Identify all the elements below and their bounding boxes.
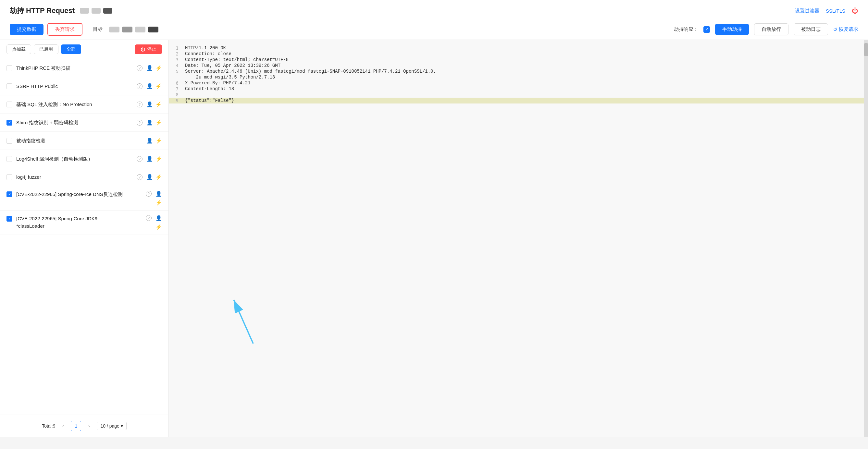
line-content-2: Connection: close	[185, 51, 868, 57]
help-icon-1[interactable]: ?	[137, 65, 143, 71]
current-page[interactable]: 1	[71, 421, 81, 431]
filter-tab-hot[interactable]: 热加载	[6, 44, 31, 54]
user-icon-4[interactable]: 👤	[146, 119, 153, 126]
lightning-icon-5[interactable]: ⚡	[155, 137, 162, 144]
user-icon-3[interactable]: 👤	[146, 101, 153, 107]
restore-button[interactable]: ↺ 恢复请求	[833, 26, 858, 32]
restore-icon: ↺	[833, 27, 837, 32]
list-item: SSRF HTTP Public ? 👤 ⚡	[0, 77, 168, 95]
lightning-icon-8[interactable]: ⚡	[155, 199, 162, 206]
line-content-4: Date: Tue, 05 Apr 2022 13:39:26 GMT	[185, 63, 868, 68]
next-page-button[interactable]: ›	[84, 421, 93, 430]
list-item: log4j fuzzer ? 👤 ⚡	[0, 168, 168, 186]
user-icon-2[interactable]: 👤	[146, 83, 153, 89]
filter-button[interactable]: 设置过滤器	[795, 8, 819, 14]
help-icon-3[interactable]: ?	[137, 101, 143, 107]
plugin-actions-8: 👤 ⚡	[155, 191, 162, 206]
response-viewer: 1 HTTP/1.1 200 OK 2 Connection: close 3 …	[169, 40, 868, 437]
discard-button[interactable]: 丢弃请求	[48, 23, 83, 36]
plugin-name-5: 被动指纹检测	[16, 137, 143, 144]
help-icon-9[interactable]: ?	[146, 215, 152, 221]
line-num-4: 4	[169, 63, 185, 68]
plugin-name-9: [CVE-2022-22965] Spring-Core JDK9+ *clas…	[16, 215, 142, 229]
lightning-icon-7[interactable]: ⚡	[155, 174, 162, 180]
left-panel: 热加载 已启用 全部 ⏻ 停止 ThinkPHP RCE 被动扫描 ? 👤 ⚡	[0, 40, 169, 437]
target-dots	[109, 27, 158, 32]
plugin-name-4: Shiro 指纹识别 + 弱密码检测	[16, 119, 133, 126]
plugin-name-1: ThinkPHP RCE 被动扫描	[16, 65, 133, 71]
response-line-9: 9 {"status":"False"}	[169, 98, 868, 103]
help-icon-2[interactable]: ?	[137, 84, 143, 89]
list-item: ThinkPHP RCE 被动扫描 ? 👤 ⚡	[0, 59, 168, 77]
main-content: 热加载 已启用 全部 ⏻ 停止 ThinkPHP RCE 被动扫描 ? 👤 ⚡	[0, 40, 868, 437]
plugin-checkbox-1[interactable]	[6, 65, 12, 71]
stop-button[interactable]: ⏻ 停止	[135, 44, 162, 54]
total-count: Total:9	[42, 423, 55, 428]
stop-label: 停止	[147, 46, 156, 52]
manual-intercept-tab[interactable]: 手动劫持	[715, 24, 749, 35]
user-icon-1[interactable]: 👤	[146, 65, 153, 71]
arrow-svg	[227, 293, 266, 345]
help-icon-7[interactable]: ?	[137, 174, 143, 180]
ssl-button[interactable]: SSL/TLS	[826, 8, 845, 13]
plugin-name-7: log4j fuzzer	[16, 173, 133, 181]
toolbar: 提交数据 丢弃请求 目标 劫持响应： 手动劫持 自动放行 被动日志 ↺ 恢复请求	[0, 19, 868, 40]
page-size-select[interactable]: 10 / page ▾	[97, 422, 126, 430]
plugin-actions-7: 👤 ⚡	[146, 174, 162, 180]
user-icon-7[interactable]: 👤	[146, 174, 153, 180]
user-icon-6[interactable]: 👤	[146, 156, 153, 162]
lightning-icon-3[interactable]: ⚡	[155, 101, 162, 107]
line-num-8: 8	[169, 92, 185, 97]
restore-label: 恢复请求	[839, 26, 858, 32]
plugin-actions-4: 👤 ⚡	[146, 119, 162, 126]
user-icon-8[interactable]: 👤	[155, 191, 162, 197]
intercept-checkbox[interactable]	[704, 26, 710, 33]
user-icon-5[interactable]: 👤	[146, 137, 153, 144]
scrollbar-thumb[interactable]	[864, 43, 868, 56]
lightning-icon-2[interactable]: ⚡	[155, 83, 162, 89]
lightning-icon-9[interactable]: ⚡	[155, 224, 162, 230]
plugin-checkbox-4[interactable]	[6, 120, 12, 126]
intercept-label: 劫持响应：	[674, 26, 698, 32]
plugin-checkbox-3[interactable]	[6, 101, 12, 107]
lightning-icon-1[interactable]: ⚡	[155, 65, 162, 71]
response-line-5: 5 Server: Apache/2.4.46 (Unix) mod_fastc…	[169, 68, 868, 74]
dot-2	[92, 8, 101, 13]
line-content-6: X-Powered-By: PHP/7.4.21	[185, 81, 868, 86]
line-num-9: 9	[169, 98, 185, 103]
target-dot-2	[122, 27, 132, 32]
passive-log-tab[interactable]: 被动日志	[794, 23, 828, 35]
line-num-2: 2	[169, 51, 185, 57]
page-size-label: 10 / page	[100, 423, 119, 428]
prev-page-button[interactable]: ‹	[58, 421, 67, 430]
plugin-checkbox-8[interactable]	[6, 191, 12, 197]
submit-button[interactable]: 提交数据	[10, 24, 43, 35]
help-icon-8[interactable]: ?	[146, 191, 152, 197]
plugin-checkbox-2[interactable]	[6, 84, 12, 89]
help-icon-4[interactable]: ?	[137, 120, 143, 126]
filter-tab-all[interactable]: 全部	[61, 44, 81, 54]
plugin-name-2: SSRF HTTP Public	[16, 83, 133, 90]
plugin-checkbox-9[interactable]	[6, 216, 12, 222]
list-item: [CVE-2022-22965] Spring-Core JDK9+ *clas…	[0, 211, 168, 235]
lightning-icon-6[interactable]: ⚡	[155, 156, 162, 162]
lightning-icon-4[interactable]: ⚡	[155, 119, 162, 126]
plugin-checkbox-7[interactable]	[6, 174, 12, 180]
help-icon-6[interactable]: ?	[137, 156, 143, 162]
filter-tabs: 热加载 已启用 全部 ⏻ 停止	[0, 40, 168, 59]
scrollbar[interactable]	[864, 40, 868, 437]
auto-run-tab[interactable]: 自动放行	[754, 23, 788, 35]
filter-tab-enabled[interactable]: 已启用	[34, 44, 58, 54]
line-num-7: 7	[169, 86, 185, 92]
response-line-2: 2 Connection: close	[169, 51, 868, 57]
power-button[interactable]: ⏻	[852, 7, 858, 14]
plugin-checkbox-5[interactable]	[6, 138, 12, 144]
response-line-6: 6 X-Powered-By: PHP/7.4.21	[169, 80, 868, 86]
plugin-actions-1: 👤 ⚡	[146, 65, 162, 71]
user-icon-9[interactable]: 👤	[155, 215, 162, 221]
list-item: Shiro 指纹识别 + 弱密码检测 ? 👤 ⚡	[0, 114, 168, 132]
plugin-actions-6: 👤 ⚡	[146, 156, 162, 162]
plugin-checkbox-6[interactable]	[6, 156, 12, 162]
pagination: Total:9 ‹ 1 › 10 / page ▾	[0, 415, 168, 437]
right-panel: 1 HTTP/1.1 200 OK 2 Connection: close 3 …	[169, 40, 868, 437]
